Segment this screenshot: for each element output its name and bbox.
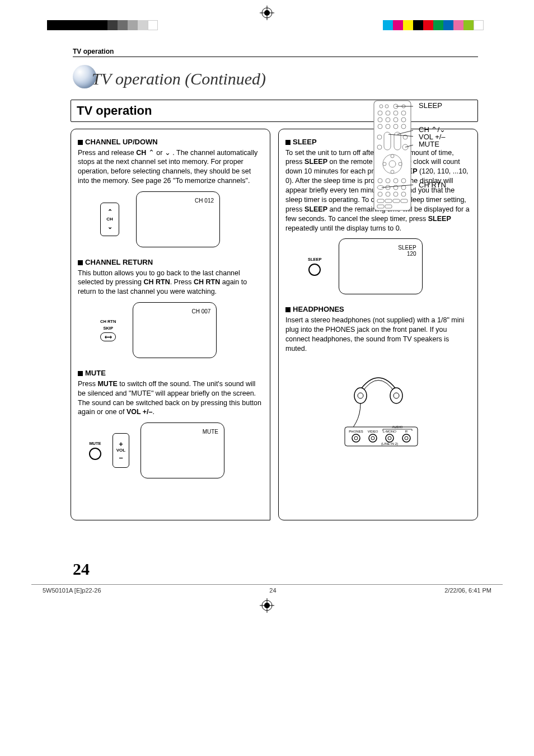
remote-diagram: SLEEP CH ⌃/⌄ VOL +/– MUTE CH RTN [372, 100, 475, 212]
heading-channel-return: CHANNEL RETURN [78, 257, 263, 267]
left-column: CHANNEL UP/DOWN Press and release CH ⌃ o… [71, 129, 270, 520]
para-channel-updown: Press and release CH ⌃ or ⌄ . The channe… [78, 148, 263, 186]
svg-point-14 [386, 118, 390, 122]
jack-label-line: (LINE IN 2) [381, 442, 397, 445]
label-mute: MUTE [419, 140, 439, 148]
jack-label-audio: AUDIO [392, 425, 402, 429]
skip-icon: ⟷ [105, 334, 112, 340]
svg-point-58 [390, 388, 402, 403]
chevron-up-icon: ⌃ [107, 209, 113, 215]
footer: 5W50101A [E]p22-26 24 2/22/06, 6:41 PM [31, 584, 503, 599]
svg-rect-50 [385, 205, 392, 208]
label-chrtn: CH RTN [419, 181, 446, 189]
chrtn-button-icon: CH RTN SKIP ⟷ [100, 319, 116, 341]
heading-channel-updown: CHANNEL UP/DOWN [78, 137, 263, 147]
sleep-button-icon: SLEEP [308, 257, 322, 276]
figure-channel-return: CH RTN SKIP ⟷ CH 007 [100, 302, 263, 358]
registration-mark-bottom [0, 598, 534, 615]
tv-screen-icon: MUTE [140, 422, 224, 478]
remote-labels: SLEEP CH ⌃/⌄ VOL +/– MUTE CH RTN [419, 100, 475, 212]
jack-label-video: VIDEO [367, 430, 378, 433]
svg-point-6 [385, 105, 388, 108]
svg-point-36 [401, 179, 406, 183]
svg-rect-47 [393, 199, 400, 203]
chevron-down-icon: ⌄ [107, 224, 113, 230]
svg-point-32 [399, 162, 402, 166]
svg-rect-23 [384, 132, 391, 150]
figure-mute: MUTE + VOL – MUTE [89, 422, 263, 478]
svg-point-9 [378, 111, 382, 115]
headphones-figure: PHONES VIDEO L-MONO R AUDIO (LINE IN 2) [334, 361, 423, 453]
svg-point-15 [394, 118, 398, 122]
svg-rect-45 [377, 199, 384, 203]
footer-timestamp: 2/22/06, 6:41 PM [444, 587, 491, 594]
svg-point-42 [386, 192, 390, 196]
page-frame: TV operation TV operation (Continued) [28, 48, 506, 579]
footer-page: 24 [269, 587, 276, 594]
label-sleep: SLEEP [419, 102, 442, 110]
mute-button-icon: MUTE [89, 441, 101, 460]
svg-point-16 [401, 118, 406, 122]
jack-label-lmono: L-MONO [383, 430, 396, 433]
crop-marks-top [0, 0, 534, 25]
jack-label-r: R [405, 430, 407, 433]
svg-point-44 [401, 192, 406, 196]
svg-point-38 [386, 185, 390, 190]
page-title: TV operation (Continued) [92, 69, 266, 88]
osd-text: SLEEP 120 [398, 245, 416, 257]
remote-icon [372, 100, 413, 212]
svg-point-39 [394, 185, 398, 190]
osd-text: CH 012 [195, 198, 214, 204]
svg-point-11 [394, 111, 398, 115]
svg-point-5 [380, 105, 383, 108]
vol-button-icon: + VOL – [113, 433, 129, 468]
svg-point-34 [386, 179, 390, 183]
svg-point-13 [378, 118, 382, 122]
registration-mark-icon [260, 6, 274, 20]
para-headphones: Insert a stereo headphones (not supplied… [285, 316, 471, 354]
svg-point-41 [378, 192, 382, 196]
svg-rect-46 [385, 199, 392, 203]
svg-point-12 [401, 111, 406, 115]
color-bars [383, 20, 484, 30]
tv-screen-icon: CH 012 [136, 191, 220, 247]
minus-icon: – [119, 454, 123, 461]
svg-point-35 [394, 179, 398, 183]
svg-point-28 [389, 161, 396, 167]
svg-point-31 [383, 162, 386, 166]
heading-mute: MUTE [78, 368, 263, 378]
grayscale-bars [47, 20, 158, 30]
svg-point-18 [386, 124, 390, 129]
para-channel-return: This button allows you to go back to the… [78, 269, 263, 297]
svg-point-30 [391, 170, 394, 173]
ch-button-icon: ⌃ CH ⌄ [100, 203, 119, 236]
svg-point-17 [378, 124, 382, 129]
svg-point-33 [378, 179, 382, 183]
svg-point-25 [377, 145, 382, 149]
figure-channel-updown: ⌃ CH ⌄ CH 012 [100, 191, 263, 247]
svg-point-20 [401, 124, 406, 129]
running-header: TV operation [73, 48, 506, 55]
svg-point-43 [394, 192, 398, 196]
footer-file: 5W50101A [E]p22-26 [43, 587, 101, 594]
tv-screen-icon: CH 007 [133, 302, 217, 358]
figure-sleep: SLEEP SLEEP 120 [308, 238, 471, 294]
page-number: 24 [73, 560, 506, 579]
header-rule [73, 57, 478, 57]
svg-point-10 [386, 111, 390, 115]
osd-text: CH 007 [191, 308, 210, 314]
svg-point-21 [377, 135, 382, 139]
para-mute: Press MUTE to switch off the sound. The … [78, 379, 263, 417]
svg-rect-48 [401, 199, 407, 203]
svg-point-56 [354, 388, 367, 403]
jack-label-phones: PHONES [349, 430, 363, 433]
plus-icon: + [119, 440, 123, 448]
page-title-row: TV operation (Continued) [73, 62, 506, 88]
osd-text: MUTE [203, 429, 218, 435]
svg-point-19 [394, 124, 398, 129]
heading-headphones: HEADPHONES [285, 304, 471, 314]
svg-point-29 [391, 154, 394, 158]
headphones-icon: PHONES VIDEO L-MONO R AUDIO (LINE IN 2) [334, 361, 423, 450]
tv-screen-icon: SLEEP 120 [339, 238, 423, 294]
svg-rect-49 [377, 205, 384, 208]
